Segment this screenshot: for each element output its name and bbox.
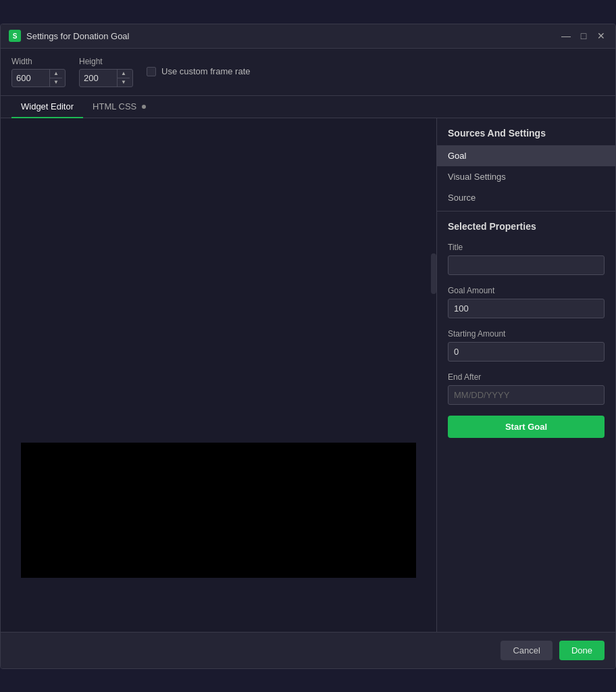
end-after-field-group: End After [437,367,615,410]
tabs-bar: Widget Editor HTML CSS [1,96,615,118]
tab-html-css[interactable]: HTML CSS [83,96,155,118]
app-icon: S [9,30,21,42]
title-field-group: Title [437,237,615,280]
minimize-button[interactable]: — [560,30,572,42]
width-up-button[interactable]: ▲ [50,70,62,78]
done-button[interactable]: Done [559,641,605,660]
sidebar-item-goal[interactable]: Goal [437,145,615,166]
goal-amount-field-group: Goal Amount [437,280,615,324]
height-up-button[interactable]: ▲ [118,70,130,78]
custom-frame-checkbox[interactable] [147,67,156,76]
window-controls: — □ ✕ [560,30,607,42]
height-input[interactable] [80,70,117,86]
end-after-label: End After [448,372,605,382]
titlebar-left: S Settings for Donation Goal [9,30,129,42]
custom-frame-group: Use custom frame rate [147,66,251,78]
title-input[interactable] [448,255,605,275]
preview-canvas [21,443,416,578]
end-after-input[interactable] [448,385,605,405]
start-goal-button[interactable]: Start Goal [448,416,605,438]
settings-window: S Settings for Donation Goal — □ ✕ Width… [0,24,616,669]
close-button[interactable]: ✕ [595,30,607,42]
custom-frame-label: Use custom frame rate [161,66,251,78]
width-label: Width [11,57,66,66]
sidebar: Sources And Settings Goal Visual Setting… [436,118,615,632]
goal-amount-label: Goal Amount [448,286,605,295]
goal-amount-input[interactable] [448,299,605,318]
tab-widget-editor[interactable]: Widget Editor [11,96,83,118]
window-title: Settings for Donation Goal [26,31,129,41]
main-content: Sources And Settings Goal Visual Setting… [1,118,615,632]
sidebar-item-source[interactable]: Source [437,187,615,208]
cancel-button[interactable]: Cancel [500,641,552,660]
sidebar-item-visual-settings[interactable]: Visual Settings [437,166,615,187]
starting-amount-input[interactable] [448,342,605,362]
toolbar: Width ▲ ▼ Height ▲ ▼ [1,49,615,96]
titlebar: S Settings for Donation Goal — □ ✕ [1,24,615,49]
sidebar-divider [437,211,615,212]
width-input-wrap: ▲ ▼ [11,69,66,87]
height-spinners: ▲ ▼ [117,70,130,86]
title-label: Title [448,243,605,252]
width-input[interactable] [12,70,49,86]
maximize-button[interactable]: □ [578,30,590,42]
width-field-group: Width ▲ ▼ [11,57,66,87]
starting-amount-field-group: Starting Amount [437,324,615,367]
width-down-button[interactable]: ▼ [50,78,62,86]
preview-area [1,118,436,632]
footer: Cancel Done [1,632,615,668]
sources-title: Sources And Settings [437,118,615,145]
height-input-wrap: ▲ ▼ [79,69,133,87]
tab-dot [142,105,146,109]
scrollbar[interactable] [431,253,436,294]
starting-amount-label: Starting Amount [448,329,605,339]
width-spinners: ▲ ▼ [49,70,62,86]
height-field-group: Height ▲ ▼ [79,57,133,87]
properties-title: Selected Properties [437,214,615,237]
height-label: Height [79,57,133,66]
height-down-button[interactable]: ▼ [118,78,130,86]
